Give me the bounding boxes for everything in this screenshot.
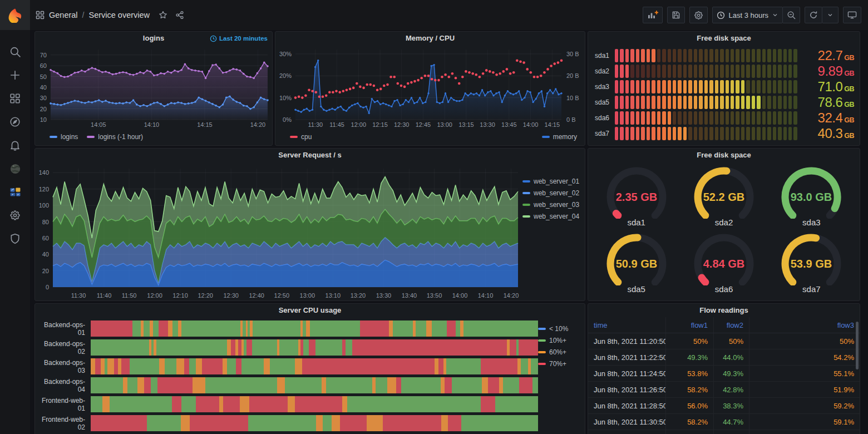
panel-title-server-requests[interactable]: Server Request / s: [35, 149, 585, 162]
apps-grid-icon[interactable]: [36, 11, 45, 19]
table-row: Jun 8th, 2021 11:22:5049.3%44.0%54.2%: [588, 349, 860, 366]
bargauge-cell: [630, 65, 634, 78]
timeline-segment-o: [240, 396, 249, 412]
bargauge-cell: [746, 49, 749, 62]
world-app-icon: [9, 163, 21, 175]
svg-text:13:45: 13:45: [501, 121, 517, 128]
star-icon[interactable]: [159, 11, 167, 19]
sidebar-item-explore[interactable]: [5, 116, 25, 128]
svg-text:10%: 10%: [279, 95, 292, 101]
legend-item[interactable]: logins (-1 hour): [87, 133, 143, 141]
legend-item[interactable]: web_server_04: [522, 213, 585, 220]
sidebar-item-plugin-app[interactable]: [5, 186, 25, 198]
bargauge-cell: [625, 80, 629, 93]
sidebar-item-configuration[interactable]: [5, 209, 25, 221]
timeline-segment-r: [481, 358, 517, 374]
sidebar-item-server-admin[interactable]: [5, 233, 25, 245]
bargauge-cell: [731, 111, 734, 125]
legend-item[interactable]: web_server_02: [522, 189, 585, 197]
legend-swatch: [522, 215, 530, 218]
legend-item[interactable]: 10%+: [538, 337, 580, 344]
cell-flow3: 64.3%: [749, 430, 860, 434]
breadcrumb-folder[interactable]: General: [49, 11, 78, 19]
chevron-down-icon: [827, 12, 834, 18]
panel-title-text: Flow readings: [699, 306, 748, 314]
bargauge-cell: [683, 80, 687, 93]
panel-title-free-disk-bargauge[interactable]: Free disk space: [588, 32, 860, 45]
disk-free-unit: GB: [844, 85, 854, 93]
legend-item[interactable]: web_server_01: [522, 177, 585, 185]
sidebar-item-search[interactable]: [5, 46, 25, 58]
bargauge-cell: [625, 96, 629, 109]
chevron-down-icon: [772, 12, 778, 18]
panel-title-free-disk-gauges[interactable]: Free disk space: [588, 149, 860, 162]
timeline-segment-r: [340, 415, 367, 431]
bargauge-cell: [652, 80, 655, 93]
share-icon[interactable]: [175, 11, 184, 19]
legend-item[interactable]: memory: [542, 133, 577, 141]
bargauge-value: 78.6GB: [797, 95, 854, 110]
refresh-interval-button[interactable]: [822, 7, 839, 23]
timeline-row: Frontend-web-02: [40, 415, 538, 431]
breadcrumb-dashboard[interactable]: Service overview: [88, 11, 150, 19]
bargauge-row-label: sda5: [595, 98, 615, 106]
column-header-flow1[interactable]: flow1: [666, 317, 714, 333]
panel-title-flow-readings[interactable]: Flow readings: [588, 304, 860, 317]
cell-flow2: 38.3%: [714, 398, 749, 413]
column-header-flow2[interactable]: flow2: [714, 317, 749, 333]
bargauge-cell: [668, 111, 671, 125]
zoom-out-button[interactable]: [782, 7, 800, 23]
save-dashboard-button[interactable]: [667, 7, 685, 23]
legend-item[interactable]: 60%+: [538, 348, 580, 356]
cell-flow2: 44.0%: [714, 349, 749, 365]
add-panel-button[interactable]: [643, 7, 663, 23]
timeline-segment-g: [401, 377, 441, 393]
memory-cpu-chart-svg: 11:3011:4512:0012:1512:3012:4513:0013:15…: [275, 45, 585, 130]
timeline-segment-o: [219, 396, 223, 412]
legend-item[interactable]: < 10%: [538, 325, 580, 333]
refresh-button[interactable]: [805, 7, 822, 23]
legend-item[interactable]: cpu: [290, 133, 312, 141]
legend-label: web_server_01: [534, 177, 579, 185]
timeline-segment-g: [495, 396, 538, 412]
bargauge-cell: [783, 65, 787, 78]
bargauge-cells: [615, 111, 797, 125]
bargauge-row-label: sda2: [595, 67, 615, 75]
bargauge-cell: [694, 111, 697, 125]
time-range-picker[interactable]: Last 3 hours: [712, 7, 783, 23]
cell-flow1: 56.0%: [666, 398, 714, 413]
timeline-segment-g: [503, 377, 519, 393]
gauge-sda6: 4.84 GB sda6: [680, 230, 767, 297]
column-header-time[interactable]: time: [588, 317, 666, 333]
timeline-segment-r: [91, 415, 147, 431]
sidebar-item-dashboards[interactable]: [5, 92, 25, 105]
panel-free-disk-gauges: Free disk space 2.35 GB sda1 52.2 GB sda…: [588, 148, 860, 301]
bargauge-cell: [647, 65, 650, 78]
logins-legend: loginslogins (-1 hour): [35, 130, 272, 143]
svg-text:13:10: 13:10: [326, 292, 341, 299]
legend-item[interactable]: web_server_03: [522, 201, 585, 209]
svg-text:40: 40: [40, 84, 47, 91]
bargauge-cell: [752, 111, 755, 125]
sidebar-item-add[interactable]: [5, 69, 25, 81]
server-admin-icon: [9, 233, 21, 244]
bargauge-cells: [615, 127, 797, 140]
breadcrumb: General / Service overview: [36, 11, 184, 19]
legend-item[interactable]: logins: [50, 133, 78, 141]
legend-swatch: [87, 136, 95, 138]
panel-title-memory-cpu[interactable]: Memory / CPU: [275, 32, 585, 45]
column-header-flow3[interactable]: flow3: [749, 317, 860, 333]
panel-title-logins[interactable]: logins Last 20 minutes: [35, 32, 272, 45]
bargauge-cell: [746, 80, 749, 93]
timeline-segment-o: [196, 358, 202, 374]
time-shift-badge[interactable]: Last 20 minutes: [210, 32, 268, 45]
grafana-logo[interactable]: [0, 0, 30, 30]
legend-item[interactable]: 70%+: [538, 360, 580, 368]
sidebar-item-world-app[interactable]: [5, 162, 25, 175]
dashboard-settings-button[interactable]: [689, 7, 708, 23]
cycle-view-button[interactable]: [843, 7, 861, 23]
timeline-row-label: Backend-ops-04: [40, 378, 91, 393]
sidebar-item-alerting[interactable]: [5, 139, 25, 151]
panel-title-server-cpu-usage[interactable]: Server CPU usage: [35, 304, 585, 317]
table-scrollbar[interactable]: [856, 322, 859, 369]
